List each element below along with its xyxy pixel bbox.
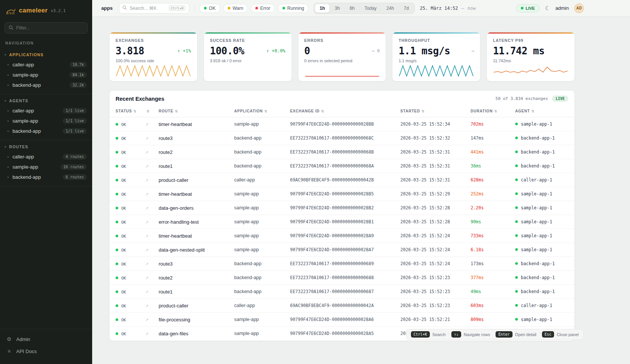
kbd-badge: ↑↓ xyxy=(451,331,461,338)
column-header-link[interactable]: ⇅ xyxy=(141,107,155,117)
table-row[interactable]: OK↗product-callercaller-app69AC90BF8EBC4… xyxy=(110,173,574,187)
table-row[interactable]: OK↗data-gen-nested-splitsample-app90799F… xyxy=(110,243,574,257)
external-link-icon[interactable]: ↗ xyxy=(145,150,148,155)
agent-status-icon xyxy=(515,262,518,265)
exchange-id-cell: 90799F47E6CD24D-00000000000028B1 xyxy=(286,215,397,229)
external-link-icon[interactable]: ↗ xyxy=(145,178,148,183)
sidebar-item-routes-backend-app[interactable]: ▸backend-app6 routes xyxy=(0,172,92,182)
keyboard-shortcut-bar: Ctrl+KSearch↑↓Navigate rowsEnterOpen det… xyxy=(406,329,584,340)
range-6h[interactable]: 6h xyxy=(345,4,360,13)
table-row[interactable]: OK↗route2backend-appEE7322370A10617-0000… xyxy=(110,145,574,159)
sort-icon: ⇅ xyxy=(175,109,178,113)
external-link-icon[interactable]: ↗ xyxy=(145,206,148,210)
sidebar-footer-api-docs[interactable]: ≡API Docs xyxy=(0,345,92,357)
sidebar-item-applications-backend-app[interactable]: ▸backend-app32.2k xyxy=(0,80,92,90)
sidebar-item-agents-caller-app[interactable]: ▸caller-app1/1 live xyxy=(0,106,92,116)
sidebar-item-routes-caller-app[interactable]: ▸caller-app4 routes xyxy=(0,152,92,162)
column-header-status[interactable]: STATUS⇅ xyxy=(110,107,141,117)
table-meta: 50 of 3.834 exchanges LIVE xyxy=(496,95,568,102)
external-link-icon[interactable]: ↗ xyxy=(145,122,148,127)
table-row[interactable]: OK↗timer-heartbeatsample-app90799F47E6CD… xyxy=(110,117,574,131)
avatar[interactable]: AD xyxy=(574,3,584,13)
external-link-icon[interactable]: ↗ xyxy=(145,304,148,308)
card-value-row: 0→ 0 xyxy=(304,45,380,57)
open-link-cell: ↗ xyxy=(141,131,155,145)
table-row[interactable]: OK↗route2backend-appEE7322370A10617-0000… xyxy=(110,271,574,285)
sidebar-item-agents-sample-app[interactable]: ▸sample-app1/1 live xyxy=(0,116,92,126)
sidebar-item-applications-caller-app[interactable]: ▸caller-app10.7k xyxy=(0,60,92,70)
route-cell: route3 xyxy=(155,257,230,271)
filter-warn[interactable]: Warn xyxy=(223,4,248,13)
ok-status-icon xyxy=(116,221,118,223)
card-accent-bar xyxy=(487,32,574,34)
sidebar-section-agents: ▾AGENTS▸caller-app1/1 live▸sample-app1/1… xyxy=(0,94,92,140)
datetime-suffix: now xyxy=(468,6,476,11)
card-subtitle: 0 errors in selected period xyxy=(304,58,380,63)
external-link-icon[interactable]: ↗ xyxy=(145,234,148,238)
column-header-exchange-id[interactable]: EXCHANGE ID⇅ xyxy=(286,107,397,117)
route-cell: product-caller xyxy=(155,173,230,187)
range-7d[interactable]: 7d xyxy=(399,4,414,13)
range-3h[interactable]: 3h xyxy=(330,4,344,13)
table-row[interactable]: OK↗error-handling-testsample-app90799F47… xyxy=(110,215,574,229)
route-cell: route1 xyxy=(155,159,230,173)
column-header-duration[interactable]: DURATION⇅ xyxy=(467,107,511,117)
section-header-agents[interactable]: ▾AGENTS xyxy=(0,96,92,106)
column-header-started[interactable]: STARTED⇅ xyxy=(397,107,467,117)
external-link-icon[interactable]: ↗ xyxy=(145,262,148,266)
external-link-icon[interactable]: ↗ xyxy=(145,290,148,294)
datetime-separator: — xyxy=(462,6,464,11)
ok-status-icon xyxy=(116,123,118,126)
external-link-icon[interactable]: ↗ xyxy=(145,332,148,336)
table-row[interactable]: OK↗route1backend-appEE7322370A10617-0000… xyxy=(110,285,574,299)
exchange-id-cell: 90799F47E6CD24D-00000000000028A6 xyxy=(286,313,397,327)
external-link-icon[interactable]: ↗ xyxy=(145,276,148,280)
agent-status-icon xyxy=(515,192,518,195)
status-dot-icon xyxy=(204,7,207,9)
dark-mode-toggle[interactable]: ☾ xyxy=(545,5,550,12)
table-row[interactable]: OK↗timer-heartbeatsample-app90799F47E6CD… xyxy=(110,229,574,243)
sidebar-filter-input[interactable] xyxy=(16,25,83,31)
route-cell: timer-heartbeat xyxy=(155,187,230,201)
card-value: 0 xyxy=(304,45,310,57)
filter-ok[interactable]: OK xyxy=(199,4,220,13)
status-cell: OK xyxy=(110,243,141,257)
table-row[interactable]: OK↗route3backend-appEE7322370A10617-0000… xyxy=(110,131,574,145)
external-link-icon[interactable]: ↗ xyxy=(145,192,148,197)
range-24h[interactable]: 24h xyxy=(381,4,399,13)
duration-cell: 809ms xyxy=(467,313,511,327)
external-link-icon[interactable]: ↗ xyxy=(145,318,148,322)
table-row[interactable]: OK↗file-processingsample-app90799F47E6CD… xyxy=(110,313,574,327)
external-link-icon[interactable]: ↗ xyxy=(145,164,148,169)
duration-cell: 36ms xyxy=(467,159,511,173)
table-row[interactable]: OK↗route1backend-appEE7322370A10617-0000… xyxy=(110,159,574,173)
live-toggle[interactable]: LIVE xyxy=(516,4,540,12)
card-accent-bar xyxy=(110,32,197,34)
filter-running[interactable]: Running xyxy=(278,4,309,13)
external-link-icon[interactable]: ↗ xyxy=(145,248,148,252)
table-row[interactable]: OK↗product-callercaller-app69AC90BF8EBC4… xyxy=(110,299,574,313)
card-subtitle: 100.0% success rate xyxy=(116,58,191,63)
range-today[interactable]: Today xyxy=(360,4,381,13)
stat-card-errors: ERRORS0→ 00 errors in selected period xyxy=(298,32,386,81)
table-row[interactable]: OK↗data-gen-orderssample-app90799F47E6CD… xyxy=(110,201,574,215)
range-1h[interactable]: 1h xyxy=(315,4,330,13)
sidebar-item-agents-backend-app[interactable]: ▸backend-app1/1 live xyxy=(0,126,92,136)
section-header-applications[interactable]: ▾APPLICATIONS xyxy=(0,50,92,60)
filter-error[interactable]: Error xyxy=(251,4,275,13)
column-header-route[interactable]: ROUTE⇅ xyxy=(155,107,230,117)
table-row[interactable]: OK↗route3backend-appEE7322370A10617-0000… xyxy=(110,257,574,271)
ok-status-icon xyxy=(116,263,118,265)
application-cell: backend-app xyxy=(230,131,286,145)
external-link-icon[interactable]: ↗ xyxy=(145,220,148,224)
section-header-routes[interactable]: ▾ROUTES xyxy=(0,142,92,152)
sidebar-footer-admin[interactable]: ⚙Admin xyxy=(0,333,92,345)
external-link-icon[interactable]: ↗ xyxy=(145,136,148,141)
column-header-application[interactable]: APPLICATION⇅ xyxy=(230,107,286,117)
global-search[interactable]: Search... ⌘K Ctrl+K xyxy=(119,3,189,14)
navigation-label: NAVIGATION xyxy=(0,34,92,48)
sidebar-item-applications-sample-app[interactable]: ▸sample-app84.1k xyxy=(0,70,92,80)
sidebar-item-routes-sample-app[interactable]: ▸sample-app16 routes xyxy=(0,162,92,172)
table-row[interactable]: OK↗timer-heartbeatsample-app90799F47E6CD… xyxy=(110,187,574,201)
column-header-agent[interactable]: AGENT⇅ xyxy=(511,107,574,117)
